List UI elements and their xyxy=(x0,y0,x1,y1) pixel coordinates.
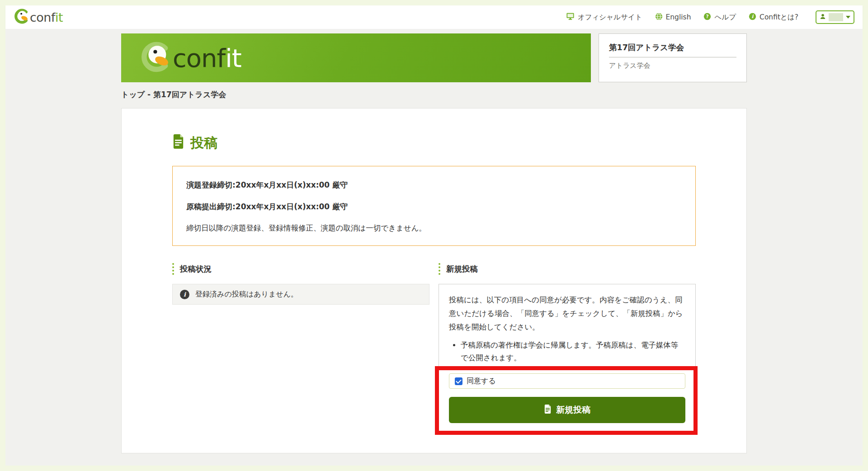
nav-label: オフィシャルサイト xyxy=(578,13,642,22)
page-title-text: 投稿 xyxy=(190,134,217,152)
submission-status-heading: 投稿状況 xyxy=(172,263,429,275)
user-name-redacted xyxy=(829,13,843,21)
chevron-down-icon xyxy=(846,16,850,19)
document-icon xyxy=(544,405,552,415)
nav-label: Confitとは? xyxy=(760,13,798,22)
top-bar: confit オフィシャルサイト xyxy=(5,5,863,29)
main-area: confit 第17回アトラス学会 アトラス学会 トップ - 第17回アトラス学… xyxy=(5,29,863,466)
deadline-line-2: 原稿提出締切:20xx年x月xx日(x)xx:00 厳守 xyxy=(186,202,682,212)
agree-checkbox[interactable] xyxy=(455,377,462,385)
no-submissions-infobox: i 登録済みの投稿はありません。 xyxy=(172,284,429,305)
agreement-box: 投稿には、以下の項目への同意が必要です。内容をご確認のうえ、同意いただける場合、… xyxy=(439,284,696,433)
terms-list: 予稿原稿の著作権は学会に帰属します。予稿原稿は、電子媒体等で公開されます。 xyxy=(449,339,685,364)
user-menu-dropdown[interactable] xyxy=(816,10,854,24)
confit-logo[interactable]: confit xyxy=(12,8,63,26)
agree-area: 同意する xyxy=(449,373,685,423)
nav-label: English xyxy=(666,13,691,21)
banner-bird-icon xyxy=(136,41,171,75)
deadline-line-3: 締切日以降の演題登録、登録情報修正、演題の取消は一切できません。 xyxy=(186,223,682,233)
agreement-description: 投稿には、以下の項目への同意が必要です。内容をご確認のうえ、同意いただける場合、… xyxy=(449,293,685,334)
page-title: 投稿 xyxy=(172,134,696,152)
event-info-box: 第17回アトラス学会 アトラス学会 xyxy=(599,33,747,82)
content-panel: 投稿 演題登録締切:20xx年x月xx日(x)xx:00 厳守 原稿提出締切:2… xyxy=(121,108,747,453)
deadline-line-1: 演題登録締切:20xx年x月xx日(x)xx:00 厳守 xyxy=(186,180,682,190)
banner-row: confit 第17回アトラス学会 アトラス学会 xyxy=(121,33,747,82)
new-submission-button-label: 新規投稿 xyxy=(556,404,590,416)
deadline-notice-box: 演題登録締切:20xx年x月xx日(x)xx:00 厳守 原稿提出締切:20xx… xyxy=(172,166,696,246)
nav-help[interactable]: ? ヘルプ xyxy=(703,13,736,22)
svg-text:?: ? xyxy=(706,14,709,19)
submission-status-section: 投稿状況 i 登録済みの投稿はありません。 xyxy=(172,263,429,433)
new-submission-button[interactable]: 新規投稿 xyxy=(449,397,685,423)
new-submission-heading: 新規投稿 xyxy=(439,263,696,275)
globe-icon xyxy=(655,13,663,22)
nav-official-site[interactable]: オフィシャルサイト xyxy=(566,12,642,22)
info-icon: i xyxy=(749,13,756,22)
nav-english[interactable]: English xyxy=(655,13,691,22)
banner-logo-text: confit xyxy=(173,43,241,73)
nav-about-confit[interactable]: i Confitとは? xyxy=(749,13,798,22)
top-navigation: オフィシャルサイト English xyxy=(566,10,854,24)
breadcrumb: トップ - 第17回アトラス学会 xyxy=(121,89,747,100)
user-icon xyxy=(820,13,826,22)
event-title: 第17回アトラス学会 xyxy=(609,42,736,57)
agree-checkbox-label[interactable]: 同意する xyxy=(467,377,496,386)
confit-bird-icon xyxy=(12,8,29,26)
nav-label: ヘルプ xyxy=(714,13,736,22)
document-icon xyxy=(172,134,184,152)
no-submissions-message: 登録済みの投稿はありません。 xyxy=(195,290,298,299)
agree-checkbox-field[interactable]: 同意する xyxy=(449,373,685,389)
confit-logo-text: confit xyxy=(30,10,63,24)
new-submission-section: 新規投稿 投稿には、以下の項目への同意が必要です。内容をご確認のうえ、同意いただ… xyxy=(439,263,696,433)
info-circle-icon: i xyxy=(180,290,189,299)
conference-banner: confit xyxy=(121,33,591,82)
page: confit オフィシャルサイト xyxy=(0,0,868,471)
help-icon: ? xyxy=(703,13,711,22)
monitor-icon xyxy=(566,12,575,22)
event-subtitle: アトラス学会 xyxy=(609,61,736,70)
terms-item: 予稿原稿の著作権は学会に帰属します。予稿原稿は、電子媒体等で公開されます。 xyxy=(461,339,685,364)
